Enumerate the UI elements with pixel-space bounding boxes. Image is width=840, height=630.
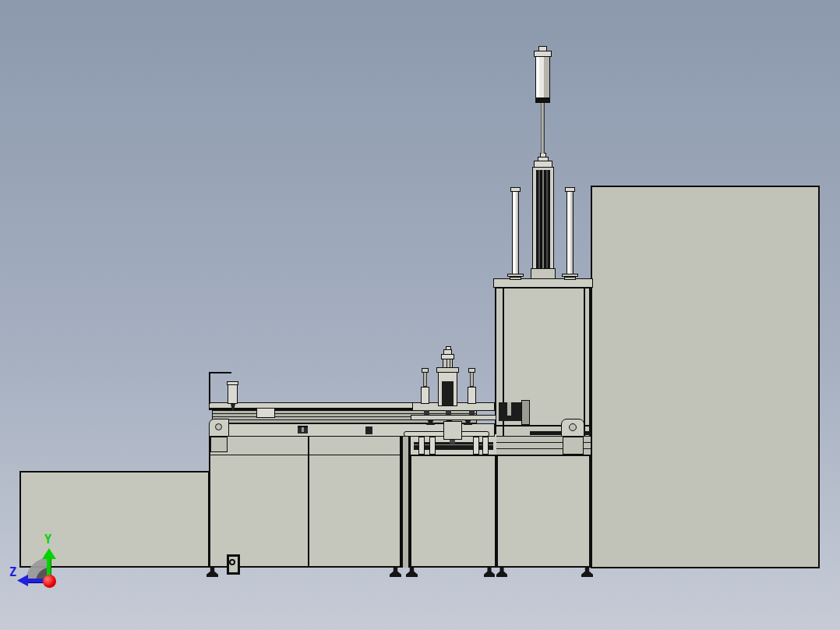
cabinet-mid [410, 455, 496, 568]
side-cylinder-left-cap [422, 368, 429, 373]
guide-rod-left [512, 191, 519, 274]
side-cylinder-right-cap [468, 368, 475, 373]
bearing-pedestal-left [210, 437, 228, 452]
leveling-foot [406, 568, 418, 577]
y-axis-label: Y [44, 534, 51, 545]
z-axis-label: Z [9, 567, 16, 578]
cabinet-right [496, 455, 591, 568]
press-actuator-base-mount [531, 268, 556, 279]
z-axis-arrow-head [17, 575, 28, 586]
press-actuator-top-cap [534, 161, 552, 168]
guide-rod-left-flange2 [510, 277, 521, 280]
origin-point [43, 575, 56, 588]
product-box [443, 421, 462, 440]
stage-post-4 [482, 437, 489, 455]
guide-rod-right [566, 191, 574, 274]
stage-post-1 [418, 437, 425, 455]
guide-rod-right-cap [565, 187, 575, 192]
sensor-cylinder [228, 384, 238, 404]
guide-carriage-block [256, 408, 275, 418]
side-cylinder-right-body [468, 387, 476, 404]
press-actuator-rod [541, 102, 545, 154]
leveling-foot [581, 568, 593, 577]
side-cylinder-right-rod [470, 372, 474, 387]
press-cylinder-upper-band [535, 97, 550, 102]
bearing-bracket-right-hole [569, 423, 577, 431]
conveyor-band-highlight [414, 444, 493, 445]
head-cylinder-disc2 [443, 349, 452, 355]
guide-rod-right-flange2 [564, 277, 576, 280]
side-cylinder-left-rod [423, 372, 427, 387]
press-cylinder-upper [535, 56, 550, 103]
head-cylinder-top-plate [436, 367, 459, 373]
electrical-panel [591, 186, 820, 568]
press-cylinder-top-nub [538, 46, 547, 51]
press-frame-top-plate [493, 278, 593, 288]
head-cylinder-nub [446, 346, 451, 350]
press-actuator-core [536, 170, 550, 272]
cad-viewport[interactable]: Y Z [0, 0, 840, 630]
gripper-slot [507, 402, 511, 416]
product-box-tip [450, 440, 455, 444]
press-frame-inner-line-left [503, 288, 504, 455]
press-cylinder-top-ring [534, 51, 552, 57]
head-cylinder-core [442, 381, 454, 405]
caster-wheel-hub [229, 559, 235, 565]
leveling-foot [390, 568, 401, 577]
cabinet-left-divider [308, 437, 309, 568]
cabinet-gap-strip [401, 434, 410, 568]
bearing-pedestal-right [563, 437, 584, 455]
cantilever-outline-vertical [209, 372, 210, 404]
head-cylinder-neck [443, 359, 453, 368]
cabinet-left-seam [210, 455, 400, 455]
table-bolt-item [365, 426, 372, 434]
cantilever-outline-horizontal [209, 372, 231, 373]
leveling-foot [484, 568, 495, 577]
gripper-side-plate [521, 400, 530, 425]
sensor-cylinder-cap [227, 381, 238, 385]
stage-post-3 [473, 437, 479, 455]
table-clamp-slot [302, 427, 304, 432]
bearing-bracket-left-hole [215, 423, 222, 430]
head-cylinder-disc1 [441, 354, 454, 359]
head-lower-plate [411, 415, 496, 420]
guide-rod-left-cap [510, 187, 521, 192]
stage-post-2 [429, 437, 436, 455]
leveling-foot [496, 568, 507, 577]
side-cylinder-left-body [421, 387, 429, 404]
leveling-foot [206, 568, 218, 577]
